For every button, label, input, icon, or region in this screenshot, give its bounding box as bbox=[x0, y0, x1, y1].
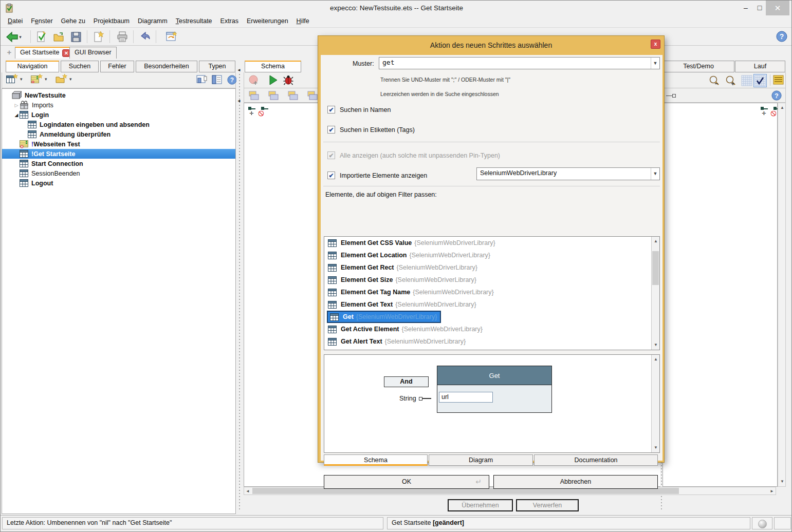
element-item-element-get-css-value[interactable]: Element Get CSS Value{SeleniumWebDriverL… bbox=[324, 237, 659, 249]
imported-elements-checkbox[interactable]: ✔ bbox=[327, 172, 335, 179]
run-button[interactable] bbox=[269, 74, 278, 86]
menu-extras[interactable]: Extras bbox=[216, 16, 243, 25]
check-document-button[interactable] bbox=[33, 29, 49, 44]
menu-hilfe[interactable]: Hilfe bbox=[292, 16, 314, 25]
discard-button[interactable]: Verwerfen bbox=[516, 499, 579, 511]
tree-item-login[interactable]: ◢ Login bbox=[2, 110, 235, 120]
element-item-element-get-rect[interactable]: Element Get Rect{SeleniumWebDriverLibrar… bbox=[324, 261, 659, 274]
muster-combo[interactable]: get ▼ bbox=[379, 57, 660, 69]
menu-gehe-zu[interactable]: Gehe zu bbox=[57, 16, 89, 25]
doc-tab-get-startseite[interactable]: Get Startseite✕ bbox=[15, 47, 75, 59]
new-step-chevron-icon[interactable]: ▾ bbox=[20, 77, 23, 82]
tab-besonderheiten[interactable]: Besonderheiten bbox=[136, 61, 197, 72]
maximize-button[interactable]: □ bbox=[753, 1, 766, 15]
preview-tab-documentation[interactable]: Documentation bbox=[534, 454, 658, 466]
get-node[interactable]: Get bbox=[437, 366, 552, 413]
zoom-out-button[interactable] bbox=[708, 75, 721, 86]
left-splitter[interactable]: ◄ ◄ bbox=[236, 59, 243, 514]
library-combo[interactable]: SeleniumWebDriverLibrary ▼ bbox=[476, 167, 660, 180]
right-vertical-scrollbar[interactable]: ▲ ▼ bbox=[778, 103, 786, 487]
record-button[interactable] bbox=[248, 74, 261, 86]
tree-help-icon[interactable]: ? bbox=[227, 75, 237, 85]
library-dropdown-arrow-icon[interactable]: ▼ bbox=[651, 168, 659, 180]
close-button[interactable]: ✕ bbox=[766, 1, 789, 15]
element-item-element-get-location[interactable]: Element Get Location{SeleniumWebDriverLi… bbox=[324, 249, 659, 261]
save-button[interactable] bbox=[68, 29, 84, 44]
tree-item-webseiten-test[interactable]: ! Webseiten Test bbox=[2, 139, 235, 149]
menu-erweiterungen[interactable]: Erweiterungen bbox=[243, 16, 292, 25]
ok-button[interactable]: OK ↵ bbox=[324, 475, 489, 489]
move-pin-icon[interactable]: ✛ bbox=[761, 106, 769, 117]
align-top-split-icon[interactable] bbox=[287, 90, 300, 101]
move-pin-icon[interactable]: ✛ bbox=[248, 106, 257, 117]
collapsed-triangle-icon[interactable]: ▷ bbox=[13, 103, 20, 108]
open-folder-button[interactable] bbox=[51, 29, 66, 44]
preview-tab-schema[interactable]: Schema bbox=[324, 454, 428, 466]
element-item-get-active-element[interactable]: Get Active Element{SeleniumWebDriverLibr… bbox=[324, 323, 659, 335]
tree-item-logindaten-eingeben-und-absenden[interactable]: Logindaten eingeben und absenden bbox=[2, 120, 235, 129]
search-tags-checkbox[interactable]: ✔ bbox=[327, 126, 335, 134]
search-names-checkbox[interactable]: ✔ bbox=[327, 106, 335, 113]
tab-fehler[interactable]: Fehler bbox=[100, 61, 134, 72]
doc-tab-gui-browser[interactable]: GUI Browser bbox=[69, 47, 117, 59]
cancel-button[interactable]: Abbrechen bbox=[493, 475, 658, 489]
align-bottom-left-icon[interactable] bbox=[248, 90, 261, 101]
tab-lauf[interactable]: Lauf bbox=[735, 61, 785, 72]
refresh-view-button[interactable] bbox=[164, 29, 179, 44]
tree-item-sessionbeenden[interactable]: SessionBeenden bbox=[2, 168, 235, 178]
zoom-in-button[interactable] bbox=[725, 75, 737, 86]
menu-projektbaum[interactable]: Projektbaum bbox=[89, 16, 134, 25]
element-item-get-alert-text[interactable]: Get Alert Text{SeleniumWebDriverLibrary} bbox=[324, 335, 659, 348]
menu-diagramm[interactable]: Diagramm bbox=[134, 16, 172, 25]
elements-scrollbar[interactable]: ▲ ▼ bbox=[651, 237, 659, 350]
print-button[interactable] bbox=[115, 29, 130, 44]
tree-item-anmeldung-berpr-fen[interactable]: Anmeldung überprüfen bbox=[2, 129, 235, 139]
new-testplan-chevron-icon[interactable]: ▾ bbox=[45, 77, 47, 82]
tree-item-logout[interactable]: Logout bbox=[2, 178, 235, 188]
dock-split-button[interactable] bbox=[212, 75, 222, 84]
tab-typen[interactable]: Typen bbox=[199, 61, 235, 72]
new-folder-chevron-icon[interactable]: ▾ bbox=[69, 77, 72, 82]
back-dropdown-chevron-icon[interactable]: ▾ bbox=[19, 34, 22, 40]
dock-left-button[interactable] bbox=[196, 75, 207, 84]
new-document-button[interactable] bbox=[91, 29, 106, 44]
blocked-pin-icon[interactable]: ⃠ bbox=[261, 106, 270, 117]
element-item-element-get-size[interactable]: Element Get Size{SeleniumWebDriverLibrar… bbox=[324, 274, 659, 286]
tab-suchen[interactable]: Suchen bbox=[61, 61, 99, 72]
element-item-get[interactable]: Get{SeleniumWebDriverLibrary} bbox=[324, 311, 659, 323]
undo-button[interactable] bbox=[137, 29, 153, 44]
snap-to-grid-toggle[interactable] bbox=[753, 74, 767, 87]
element-item-element-get-tag-name[interactable]: Element Get Tag Name{SeleniumWebDriverLi… bbox=[324, 286, 659, 298]
menu-fenster[interactable]: Fenster bbox=[27, 16, 57, 25]
muster-dropdown-arrow-icon[interactable]: ▼ bbox=[651, 58, 659, 69]
element-item-element-get-text[interactable]: Element Get Text{SeleniumWebDriverLibrar… bbox=[324, 298, 659, 311]
run-canvas[interactable]: ✛ ⃠ bbox=[662, 103, 778, 487]
dialog-close-button[interactable]: x bbox=[651, 40, 660, 49]
debug-button[interactable] bbox=[283, 74, 293, 86]
add-tab-button[interactable]: + bbox=[5, 48, 14, 57]
help-icon[interactable]: ? bbox=[776, 30, 788, 43]
tree-item-newtestsuite[interactable]: NewTestsuite bbox=[2, 90, 235, 100]
menu-datei[interactable]: Datei bbox=[4, 16, 27, 25]
new-testplan-button[interactable]: ▾ bbox=[31, 74, 47, 84]
tab-schema[interactable]: Schema bbox=[245, 61, 301, 72]
tab-navigation[interactable]: Navigation bbox=[6, 61, 59, 72]
minimize-button[interactable]: – bbox=[739, 1, 752, 15]
expanded-triangle-icon[interactable]: ◢ bbox=[13, 112, 20, 118]
tree-item-imports[interactable]: ▷ Imports bbox=[2, 100, 235, 110]
url-input[interactable]: url bbox=[439, 392, 493, 403]
and-node[interactable]: And bbox=[384, 376, 429, 387]
back-button[interactable]: ▾ bbox=[4, 29, 24, 44]
apply-button[interactable]: Übernehmen bbox=[448, 499, 513, 511]
tree-item-get-startseite[interactable]: ! Get Startseite bbox=[2, 149, 235, 159]
run-help-icon[interactable]: ? bbox=[771, 90, 782, 101]
new-folder-button[interactable]: ▾ bbox=[56, 74, 72, 84]
show-grid-button[interactable] bbox=[741, 75, 752, 86]
preview-tab-diagram[interactable]: Diagram bbox=[429, 454, 533, 466]
menu-testresultate[interactable]: Testresultate bbox=[172, 16, 216, 25]
tab-test-demo[interactable]: Test/Demo bbox=[662, 61, 734, 72]
preview-scrollbar[interactable]: ▲ ▼ bbox=[651, 355, 659, 452]
tree-item-start-connection[interactable]: Start Connection bbox=[2, 159, 235, 168]
align-bottom-right-icon[interactable] bbox=[268, 90, 280, 101]
new-step-button[interactable]: ▾ bbox=[6, 74, 23, 84]
